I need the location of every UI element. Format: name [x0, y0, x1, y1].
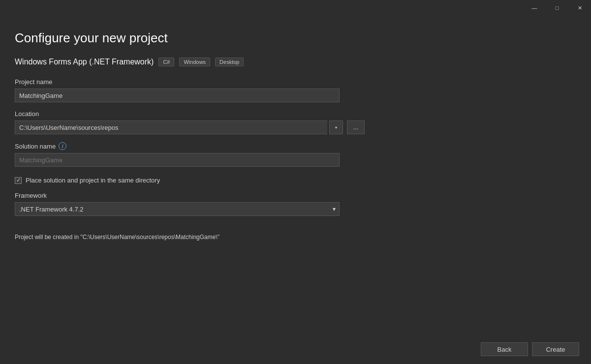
main-content: Configure your new project Windows Forms…	[0, 16, 591, 334]
location-dropdown-button[interactable]: ▾	[329, 121, 343, 134]
checkbox-label: Place solution and project in the same d…	[26, 177, 160, 184]
minimize-button[interactable]: —	[523, 0, 546, 16]
checkbox-row: Place solution and project in the same d…	[15, 177, 571, 184]
maximize-button[interactable]: □	[546, 0, 568, 16]
tag-csharp: C#	[158, 58, 174, 66]
solution-name-info-icon[interactable]: i	[59, 142, 66, 150]
same-directory-checkbox[interactable]	[15, 177, 22, 184]
project-name-label: Project name	[15, 78, 571, 86]
project-name-input[interactable]	[15, 89, 340, 102]
project-path-info: Project will be created in "C:\Users\Use…	[15, 234, 571, 241]
project-type-name: Windows Forms App (.NET Framework)	[15, 58, 154, 66]
tag-desktop: Desktop	[215, 58, 244, 66]
close-button[interactable]: ✕	[568, 0, 591, 16]
location-row: ▾ ...	[15, 121, 571, 134]
browse-button[interactable]: ...	[347, 121, 365, 134]
framework-select-wrapper: .NET Framework 4.7.2 .NET Framework 4.8 …	[15, 202, 340, 216]
location-input[interactable]	[15, 121, 327, 134]
title-bar-controls: — □ ✕	[523, 0, 591, 16]
solution-name-label: Solution name i	[15, 142, 571, 150]
solution-name-section: Solution name i	[15, 142, 571, 167]
page-title: Configure your new project	[15, 30, 571, 46]
title-bar: — □ ✕	[0, 0, 591, 16]
footer: Back Create	[0, 334, 591, 364]
back-button[interactable]: Back	[481, 342, 528, 356]
framework-label: Framework	[15, 192, 571, 199]
solution-name-input[interactable]	[15, 153, 340, 167]
window: — □ ✕ Configure your new project Windows…	[0, 0, 591, 364]
framework-select[interactable]: .NET Framework 4.7.2 .NET Framework 4.8 …	[15, 202, 340, 216]
create-button[interactable]: Create	[532, 342, 579, 356]
project-type-header: Windows Forms App (.NET Framework) C# Wi…	[15, 58, 571, 66]
location-section: Location ▾ ...	[15, 110, 571, 134]
chevron-down-icon: ▾	[335, 125, 337, 130]
tag-windows: Windows	[179, 58, 210, 66]
framework-section: Framework .NET Framework 4.7.2 .NET Fram…	[15, 192, 571, 216]
project-name-section: Project name	[15, 78, 571, 102]
location-label: Location	[15, 110, 571, 118]
